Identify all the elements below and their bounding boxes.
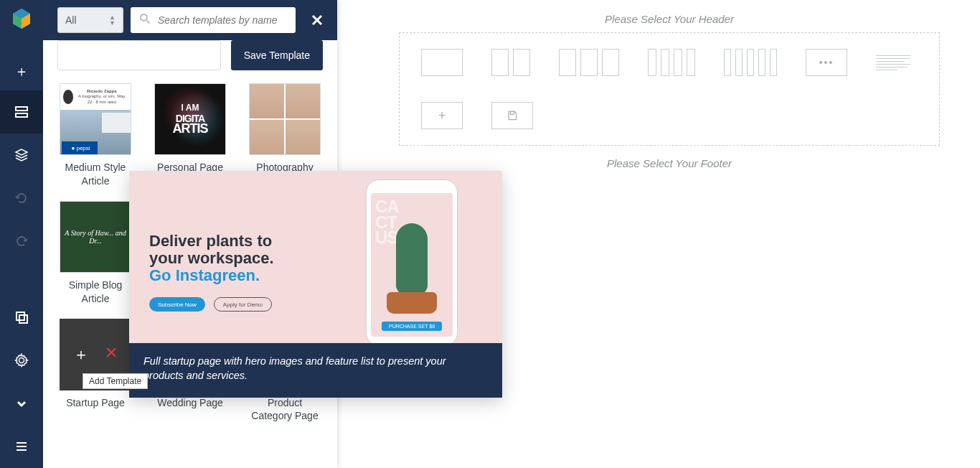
header-option-5col[interactable]	[724, 49, 777, 76]
panel-header: All ▲▼	[43, 0, 337, 40]
header-layout-picker: ••• +	[399, 32, 940, 146]
header-option-2col[interactable]	[491, 49, 530, 76]
add-template-icon[interactable]: ＋	[73, 344, 89, 365]
sidebar-fullscreen-button[interactable]	[0, 296, 43, 339]
template-label: Product Category Page	[247, 396, 323, 423]
sidebar-undo-button[interactable]	[0, 177, 43, 220]
save-template-button[interactable]: Save Template	[231, 40, 323, 70]
header-hint: Please Select Your Header	[399, 13, 940, 25]
template-thumbnail: I AM DIGITA ARTIS	[154, 83, 226, 155]
preview-phone-bigtext: CA CT US	[375, 199, 399, 245]
template-item[interactable]: Ricardo ZappaA biography, or sim. May 22…	[57, 83, 133, 188]
sidebar-add-button[interactable]: ＋	[0, 47, 43, 90]
template-label: Simple Blog Article	[57, 279, 133, 306]
svg-rect-5	[16, 113, 27, 117]
template-item-startup[interactable]: ＋ ✕ Startup Page	[57, 319, 133, 423]
close-panel-button[interactable]	[307, 10, 327, 30]
sidebar-menu-button[interactable]	[0, 425, 43, 468]
preview-headline-3: Go Instagreen.	[149, 267, 274, 284]
preview-phone-mock: CA CT US PURCHASE SET $8	[366, 179, 458, 343]
template-thumbnail: Ricardo ZappaA biography, or sim. May 22…	[60, 83, 131, 155]
svg-rect-4	[16, 107, 27, 111]
preview-headline-1: Deliver plants to	[149, 233, 274, 250]
preview-description: Full startup page with hero images and f…	[129, 343, 502, 398]
remove-template-icon[interactable]: ✕	[105, 344, 118, 365]
header-option-1col[interactable]	[421, 49, 463, 76]
filter-dropdown[interactable]: All ▲▼	[57, 7, 123, 33]
svg-point-8	[141, 14, 147, 21]
save-template-row: Save Template	[57, 40, 323, 70]
sidebar-settings-button[interactable]	[0, 339, 43, 382]
sidebar-expand-button[interactable]	[0, 382, 43, 425]
template-label: Startup Page	[57, 396, 133, 410]
preview-cta-secondary: Apply for Demo	[214, 297, 272, 312]
search-field-wrap	[131, 7, 296, 33]
svg-rect-6	[17, 312, 24, 320]
preview-cta-primary: Subscribe Now	[149, 297, 205, 312]
app-logo	[9, 7, 34, 33]
header-option-add[interactable]: +	[421, 102, 463, 129]
template-name-input[interactable]	[57, 40, 221, 70]
footer-hint: Please Select Your Footer	[399, 157, 940, 169]
header-option-4col[interactable]	[648, 49, 695, 76]
header-option-text[interactable]	[876, 49, 913, 76]
header-option-more[interactable]: •••	[806, 49, 847, 76]
template-thumbnail	[249, 83, 321, 155]
svg-rect-9	[511, 111, 514, 114]
template-thumbnail: A Story of Haw... and Dr...	[60, 201, 131, 273]
preview-image: Deliver plants to your workspace. Go Ins…	[129, 171, 502, 343]
add-template-tooltip: Add Template	[83, 373, 148, 389]
svg-rect-7	[19, 315, 27, 323]
filter-label: All	[65, 14, 77, 26]
template-item[interactable]: A Story of Haw... and Dr... Simple Blog …	[57, 201, 133, 306]
sidebar-layers-button[interactable]	[0, 134, 43, 177]
left-sidebar: ＋	[0, 0, 43, 468]
header-option-3col[interactable]	[559, 49, 619, 76]
template-label: Medium Style Article	[57, 161, 133, 188]
preview-phone-cta: PURCHASE SET $8	[382, 322, 442, 331]
sidebar-templates-button[interactable]	[0, 90, 43, 134]
select-arrows-icon: ▲▼	[109, 14, 116, 26]
header-option-save[interactable]	[491, 102, 533, 129]
preview-headline-2: your workspace.	[149, 250, 274, 267]
search-icon	[139, 13, 151, 27]
search-input[interactable]	[158, 14, 287, 26]
sidebar-redo-button[interactable]	[0, 220, 43, 263]
template-preview-flyout: Deliver plants to your workspace. Go Ins…	[129, 171, 502, 398]
template-label: Wedding Page	[152, 396, 228, 410]
